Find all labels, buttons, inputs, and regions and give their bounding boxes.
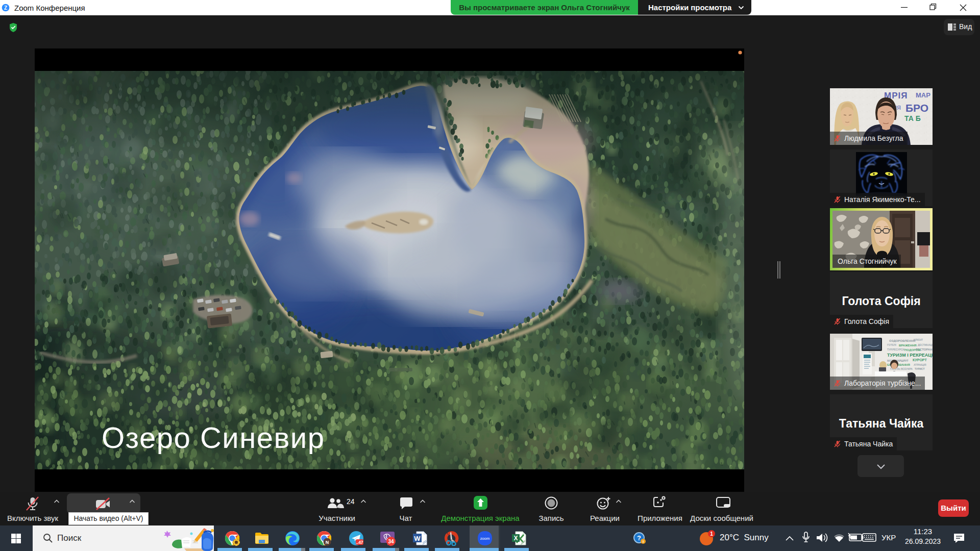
svg-text:ТУРИСТ: ТУРИСТ bbox=[915, 367, 925, 370]
svg-text:N: N bbox=[326, 540, 329, 545]
svg-text:МАР: МАР bbox=[916, 91, 930, 99]
svg-text:ВРАЖЕННЯ: ВРАЖЕННЯ bbox=[899, 344, 917, 347]
svg-text:zoom: zoom bbox=[480, 536, 489, 541]
svg-text:ТУР.РЕСУРСИ: ТУР.РЕСУРСИ bbox=[887, 348, 904, 351]
svg-text:ДЕСТИНАЦІЯ: ДЕСТИНАЦІЯ bbox=[918, 343, 933, 346]
svg-text:ТУРИЗМ І РЕКРЕАЦІЯ: ТУРИЗМ І РЕКРЕАЦІЯ bbox=[887, 353, 933, 358]
svg-text:i: i bbox=[643, 539, 644, 544]
svg-text:АТРАКЦІЯ: АТРАКЦІЯ bbox=[914, 363, 926, 366]
svg-text:Z: Z bbox=[4, 5, 7, 11]
svg-text:ОЗДОРОВЛЕННЯ: ОЗДОРОВЛЕННЯ bbox=[889, 339, 915, 342]
svg-text:КЛІЄНТ: КЛІЄНТ bbox=[914, 338, 923, 341]
svg-text:ТА Б: ТА Б bbox=[904, 114, 921, 122]
svg-text:БРО: БРО bbox=[905, 102, 928, 114]
svg-text:X: X bbox=[513, 535, 518, 542]
svg-text:1: 1 bbox=[710, 531, 713, 537]
svg-text:?: ? bbox=[637, 534, 641, 542]
svg-text:ГОТЕЛІ: ГОТЕЛІ bbox=[887, 343, 897, 346]
svg-text:W: W bbox=[414, 535, 421, 542]
svg-text:ПОДОРОЖ: ПОДОРОЖ bbox=[904, 348, 921, 352]
svg-text:КУРОРТ: КУРОРТ bbox=[913, 358, 927, 362]
svg-text:..47: ..47 bbox=[356, 540, 363, 545]
svg-text:34: 34 bbox=[388, 539, 394, 544]
